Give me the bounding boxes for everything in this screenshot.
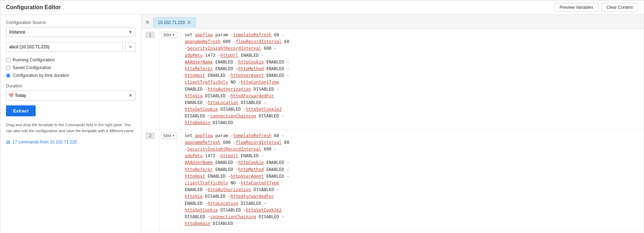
cmd-link[interactable]: SecurityInsightRecordInterval xyxy=(187,147,261,152)
header-buttons: Preview Variables Clear Content xyxy=(554,3,638,12)
cmd-link[interactable]: httpMethod xyxy=(238,167,264,172)
duration-select[interactable]: Today xyxy=(6,91,136,100)
cmd-link[interactable]: httpAuthorization xyxy=(208,187,251,192)
cmd-link[interactable]: httpXForwardedFor xyxy=(231,93,274,98)
cmd-link[interactable]: flowRecordInterval xyxy=(236,140,282,145)
ssh-dropdown-arrow-icon: ▼ xyxy=(172,134,175,137)
cmd-link[interactable]: AAAUserName xyxy=(185,60,213,65)
table-row: 3 SSH▼ set appflow param -templateRefres… xyxy=(142,230,644,233)
tab-ip-label: 10.102.71.220 xyxy=(158,20,185,25)
cmd-link[interactable]: udpPmtu xyxy=(185,53,203,58)
clear-content-button[interactable]: Clear Content xyxy=(601,3,638,12)
duration-config-radio-input[interactable] xyxy=(6,73,11,78)
cmd-link[interactable]: httpSetCookie xyxy=(185,208,218,213)
cmd-link[interactable]: clientTrafficOnly xyxy=(185,80,228,85)
saved-config-label: Saved Configuration xyxy=(13,65,51,70)
cmd-link[interactable]: httpLocation xyxy=(208,201,239,206)
cmd-content-cell: set appflow param -templateRefresh 60 -a… xyxy=(180,230,296,233)
instance-input[interactable] xyxy=(6,42,123,52)
duration-config-radio[interactable]: Configuration by time duration xyxy=(6,73,136,78)
cmd-link[interactable]: httpSetCookie2 xyxy=(246,208,282,213)
source-select-wrapper: Instance ▼ xyxy=(6,27,136,37)
running-config-radio[interactable]: Running Configuration xyxy=(6,57,136,62)
cmd-num-cell: 1 xyxy=(142,29,159,129)
instance-row: > xyxy=(6,42,136,52)
cmd-type-cell: SSH▼ xyxy=(159,230,180,233)
cmd-link[interactable]: appnameRefresh xyxy=(185,140,221,145)
cmd-link[interactable]: httpSetCookie xyxy=(185,107,218,112)
table-row: 2 SSH▼ set appflow param -templateRefres… xyxy=(142,129,644,230)
duration-label: Duration xyxy=(6,84,136,88)
duration-select-wrapper: 📅 Today ▼ xyxy=(6,91,136,100)
header: Configuration Editor Preview Variables C… xyxy=(0,0,644,14)
cmd-link[interactable]: httpLocation xyxy=(208,100,239,105)
cmd-link[interactable]: connectionChaining xyxy=(210,114,256,118)
cmd-link[interactable]: appflow xyxy=(195,133,213,138)
cmd-link[interactable]: templateRefresh xyxy=(233,133,271,138)
radio-group: Running Configuration Saved Configuratio… xyxy=(6,57,136,78)
content-area[interactable]: 1 SSH▼ set appflow param -templateRefres… xyxy=(142,29,644,233)
cmd-link[interactable]: httpUserAgent xyxy=(231,73,264,78)
cmd-link[interactable]: httpXForwardedFor xyxy=(231,194,274,199)
cmd-num-cell: 3 xyxy=(142,230,159,233)
source-select[interactable]: Instance xyxy=(6,27,136,37)
cmd-link[interactable]: templateRefresh xyxy=(233,32,271,37)
row-number: 1 xyxy=(146,32,155,38)
cmd-content-cell: set appflow param -templateRefresh 60 -a… xyxy=(180,29,296,129)
left-panel: Configuration Source Instance ▼ > Runnin… xyxy=(0,14,142,233)
cmd-link[interactable]: udpPmtu xyxy=(185,153,203,158)
cmd-link[interactable]: httpSetCookie2 xyxy=(246,107,282,112)
cmd-link[interactable]: httpCookie xyxy=(238,60,264,65)
cmd-link[interactable]: httpAuthorization xyxy=(208,87,251,92)
app-container: Configuration Editor Preview Variables C… xyxy=(0,0,644,233)
cmd-link[interactable]: httpHost xyxy=(185,174,205,179)
cmd-link[interactable]: appflow xyxy=(195,32,213,37)
cmd-link[interactable]: httpDomain xyxy=(185,120,210,125)
row-number: 2 xyxy=(146,133,155,139)
ssh-dropdown-arrow-icon: ▼ xyxy=(172,33,175,37)
cmd-link[interactable]: httpMethod xyxy=(238,66,264,71)
tab-menu-icon[interactable]: ≡ xyxy=(142,16,153,29)
ssh-badge[interactable]: SSH▼ xyxy=(161,32,178,38)
cmd-num-cell: 2 xyxy=(142,129,159,230)
cmd-link[interactable]: connectionChaining xyxy=(210,214,256,219)
commands-grid-icon: ⊞ xyxy=(6,139,10,145)
right-panel: ≡ 10.102.71.220 ✕ 1 SSH▼ set app xyxy=(142,14,644,233)
preview-variables-button[interactable]: Preview Variables xyxy=(554,3,598,12)
cmd-link[interactable]: flowRecordInterval xyxy=(236,39,282,44)
commands-info: ⊞ 17 commands from 10.102.71.220 xyxy=(6,139,136,145)
cmd-link[interactable]: httpHost xyxy=(185,73,205,78)
commands-table: 1 SSH▼ set appflow param -templateRefres… xyxy=(142,29,644,233)
page-title: Configuration Editor xyxy=(6,4,61,11)
running-config-label: Running Configuration xyxy=(13,57,55,62)
extract-button[interactable]: Extract xyxy=(6,105,36,116)
tab-item-ip[interactable]: 10.102.71.220 ✕ xyxy=(153,17,196,27)
cmd-link[interactable]: httpContentType xyxy=(241,180,279,185)
cmd-link[interactable]: httpCookie xyxy=(238,160,264,165)
commands-count: 17 commands from 10.102.71.220 xyxy=(12,140,77,145)
cmd-link[interactable]: httpUrl xyxy=(221,53,239,58)
cmd-content-cell: set appflow param -templateRefresh 60 -a… xyxy=(180,129,296,230)
cmd-link[interactable]: clientTrafficOnly xyxy=(185,180,228,185)
config-source-label: Configuration Source xyxy=(6,20,136,25)
drag-hint: Drag and drop the template to the Comman… xyxy=(6,122,136,134)
cmd-link[interactable]: appnameRefresh xyxy=(185,39,221,44)
cmd-link[interactable]: httpContentType xyxy=(241,80,279,85)
cmd-link[interactable]: AAAUserName xyxy=(185,160,213,165)
ssh-badge[interactable]: SSH▼ xyxy=(161,133,178,139)
cmd-link[interactable]: httpReferer xyxy=(185,66,213,71)
saved-config-radio[interactable]: Saved Configuration xyxy=(6,65,136,70)
cmd-link[interactable]: httpUserAgent xyxy=(231,174,264,179)
cmd-link[interactable]: httpVia xyxy=(185,194,203,199)
cmd-link[interactable]: SecurityInsightRecordInterval xyxy=(187,46,261,51)
duration-config-label: Configuration by time duration xyxy=(13,73,69,78)
cmd-link[interactable]: httpUrl xyxy=(221,153,239,158)
instance-go-button[interactable]: > xyxy=(125,42,136,52)
main-layout: Configuration Source Instance ▼ > Runnin… xyxy=(0,14,644,233)
cmd-link[interactable]: httpReferer xyxy=(185,167,213,172)
running-config-radio-input[interactable] xyxy=(6,58,11,62)
cmd-link[interactable]: httpVia xyxy=(185,93,203,98)
cmd-link[interactable]: httpDomain xyxy=(185,221,210,226)
saved-config-radio-input[interactable] xyxy=(6,66,11,70)
tab-close-icon[interactable]: ✕ xyxy=(187,20,191,25)
